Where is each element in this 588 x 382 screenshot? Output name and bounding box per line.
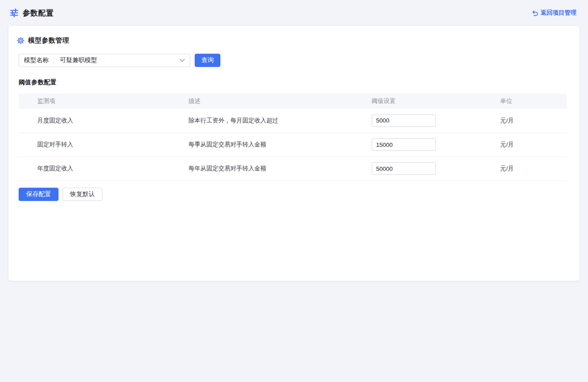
model-parameter-card: 模型参数管理 模型名称 可疑兼职模型 查询 阈值参数配置 监测项 描述 阈值设置…	[8, 26, 580, 281]
cell-unit: 元/月	[496, 157, 567, 181]
page-title-wrap: 参数配置	[10, 8, 54, 18]
cell-item: 月度固定收入	[19, 109, 184, 133]
query-button[interactable]: 查询	[195, 54, 220, 67]
cell-desc: 每季从固定交易对手转入金额	[184, 133, 367, 157]
table-header-row: 监测项 描述 阈值设置 单位	[19, 94, 567, 109]
cell-desc: 每年从固定交易对手转入金额	[184, 157, 367, 181]
top-bar: 参数配置 返回项目管理	[0, 0, 588, 26]
back-to-project-link[interactable]: 返回项目管理	[531, 9, 576, 17]
threshold-table: 监测项 描述 阈值设置 单位 月度固定收入 除本行工资外，每月固定收入超过 元/…	[19, 94, 567, 181]
chevron-down-icon	[180, 59, 185, 62]
col-header-threshold: 阈值设置	[367, 94, 496, 109]
model-name-select[interactable]: 模型名称 可疑兼职模型	[19, 54, 190, 67]
cell-item: 年度固定收入	[19, 157, 184, 181]
model-name-label: 模型名称	[19, 56, 54, 64]
page-title: 参数配置	[23, 8, 54, 18]
cell-unit: 元/月	[496, 109, 567, 133]
col-header-item: 监测项	[19, 94, 184, 109]
save-config-button[interactable]: 保存配置	[19, 188, 59, 201]
restore-default-button[interactable]: 恢复默认	[63, 188, 102, 201]
section-header: 模型参数管理	[17, 36, 569, 45]
cell-unit: 元/月	[496, 133, 567, 157]
threshold-input-annual[interactable]	[372, 162, 436, 175]
query-row: 模型名称 可疑兼职模型 查询	[19, 54, 569, 67]
back-link-label: 返回项目管理	[541, 9, 576, 17]
table-row: 固定对手转入 每季从固定交易对手转入金额 元/月	[19, 133, 567, 157]
model-name-selected-value: 可疑兼职模型	[54, 56, 180, 64]
gear-icon	[17, 37, 24, 44]
action-buttons: 保存配置 恢复默认	[19, 188, 569, 201]
threshold-section-title: 阈值参数配置	[19, 79, 569, 87]
table-row: 年度固定收入 每年从固定交易对手转入金额 元/月	[19, 157, 567, 181]
table-row: 月度固定收入 除本行工资外，每月固定收入超过 元/月	[19, 109, 567, 133]
threshold-input-counterparty[interactable]	[372, 138, 436, 151]
cell-item: 固定对手转入	[19, 133, 184, 157]
threshold-input-monthly[interactable]	[372, 114, 436, 127]
sliders-icon	[10, 8, 19, 17]
col-header-desc: 描述	[184, 94, 367, 109]
col-header-unit: 单位	[496, 94, 567, 109]
cell-desc: 除本行工资外，每月固定收入超过	[184, 109, 367, 133]
section-title: 模型参数管理	[28, 36, 69, 45]
undo-arrow-icon	[531, 10, 538, 16]
